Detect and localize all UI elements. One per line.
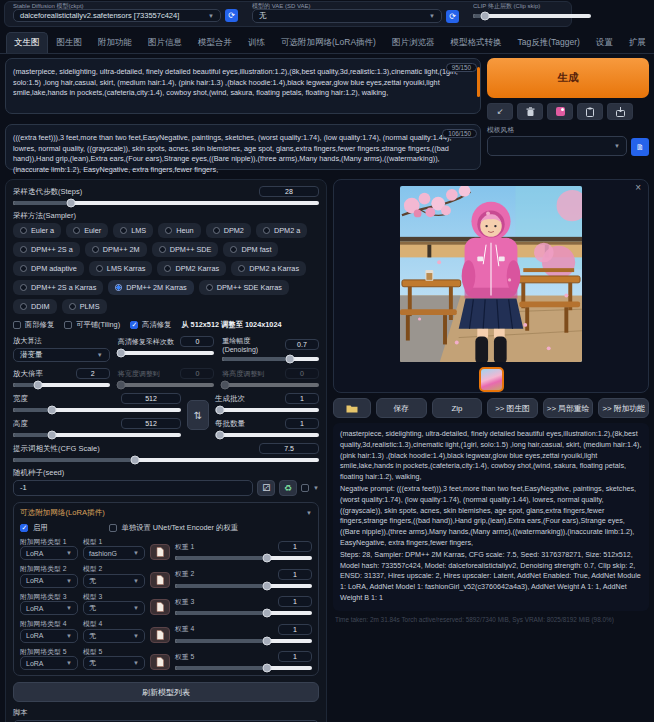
lora-type-select[interactable]: LoRA▼ [20, 574, 78, 588]
sampler-option-selected[interactable]: DPM++ 2M Karras [108, 280, 193, 295]
tiling-checkbox[interactable] [64, 321, 72, 329]
lora-enable-checkbox[interactable] [20, 524, 28, 532]
close-icon[interactable]: × [635, 182, 641, 193]
width-slider[interactable] [13, 408, 181, 412]
width-value[interactable]: 512 [121, 393, 181, 404]
sampler-option[interactable]: Heun [158, 223, 200, 238]
prompt-textarea[interactable]: (masterpiece, sidelighting, ultra-detail… [5, 58, 481, 114]
slider-handle[interactable] [47, 431, 56, 440]
tab-checkpoint-merger[interactable]: 模型合并 [191, 33, 239, 53]
sampler-option[interactable]: DPM fast [223, 242, 278, 257]
slider-handle[interactable] [262, 609, 271, 618]
slider-handle[interactable] [216, 431, 225, 440]
slider-handle[interactable] [285, 355, 294, 364]
checkpoint-select[interactable]: dalceforealistictallyv2.safetensors [733… [13, 9, 221, 22]
tab-txt2img[interactable]: 文生图 [6, 32, 48, 53]
tab-extras[interactable]: 附加功能 [91, 33, 139, 53]
hires-steps-value[interactable]: 0 [180, 336, 214, 347]
lora-weight-value[interactable]: 1 [278, 651, 312, 662]
reuse-seed-button[interactable]: ♻ [279, 480, 297, 496]
slider-handle[interactable] [34, 381, 43, 390]
sampler-option[interactable]: DPM++ SDE Karras [199, 280, 289, 295]
sampler-option[interactable]: PLMS [62, 299, 107, 314]
save-button[interactable]: 保存 [376, 398, 427, 418]
lora-weight-slider[interactable] [175, 639, 312, 643]
sampler-option[interactable]: DPM2 Karras [157, 261, 226, 276]
cfg-slider[interactable] [13, 458, 319, 462]
generated-image[interactable] [400, 186, 582, 362]
slider-handle[interactable] [47, 406, 56, 415]
batch-count-slider[interactable] [215, 408, 319, 412]
open-folder-button[interactable] [333, 398, 371, 418]
steps-value[interactable]: 28 [259, 186, 319, 197]
additional-networks-header[interactable]: 可选附加网络(LoRA插件) ▼ [20, 508, 312, 518]
prompt-scrollbar[interactable] [477, 67, 480, 97]
slider-handle[interactable] [262, 636, 271, 645]
lora-model-select[interactable]: 无▼ [83, 574, 145, 588]
lora-weight-slider[interactable] [175, 611, 312, 615]
send-to-extras-button[interactable]: >> 附加功能 [598, 398, 649, 418]
tab-extensions[interactable]: 扩展 [622, 33, 653, 53]
model-info-button[interactable] [150, 654, 170, 670]
lora-type-select[interactable]: LoRA▼ [20, 601, 78, 615]
steps-slider[interactable] [13, 201, 319, 205]
height-value[interactable]: 512 [121, 418, 181, 429]
tab-additional-networks[interactable]: 可选附加网络(LoRA插件) [274, 33, 383, 53]
slider-handle[interactable] [262, 581, 271, 590]
generate-button[interactable]: 生成 [487, 58, 649, 98]
clear-prompt-button[interactable] [517, 103, 543, 120]
cfg-value[interactable]: 7.5 [259, 443, 319, 454]
denoising-value[interactable]: 0.7 [285, 339, 319, 350]
save-style-button[interactable] [607, 103, 633, 120]
lora-weight-value[interactable]: 1 [278, 624, 312, 635]
slider-handle[interactable] [131, 456, 140, 465]
seed-input[interactable]: -1 [13, 480, 253, 496]
hires-fix-checkbox[interactable] [130, 321, 138, 329]
negative-prompt-textarea[interactable]: (((extra feet))),3 feet,more than two fe… [5, 124, 481, 170]
slider-handle[interactable] [480, 12, 489, 21]
skip-arrow-button[interactable]: ↙ [487, 103, 513, 120]
lora-weight-slider[interactable] [175, 584, 312, 588]
lora-weight-value[interactable]: 1 [278, 569, 312, 580]
model-info-button[interactable] [150, 627, 170, 643]
vae-select[interactable]: 无 ▼ [252, 9, 442, 23]
apply-style-button[interactable]: 🗎 [631, 138, 649, 156]
sampler-option[interactable]: LMS Karras [89, 261, 153, 276]
extra-seed-checkbox[interactable] [301, 484, 309, 492]
tab-model-converter[interactable]: 模型格式转换 [443, 33, 508, 53]
sampler-option[interactable]: DPM2 a [256, 223, 307, 238]
restore-faces-checkbox[interactable] [13, 321, 21, 329]
lora-weight-slider[interactable] [175, 666, 312, 670]
lora-weight-value[interactable]: 1 [278, 596, 312, 607]
tab-png-info[interactable]: 图片信息 [141, 33, 189, 53]
tab-settings[interactable]: 设置 [589, 33, 620, 53]
slider-handle[interactable] [116, 349, 125, 358]
hires-steps-slider[interactable] [118, 351, 215, 355]
batch-size-value[interactable]: 1 [285, 418, 319, 429]
slider-handle[interactable] [262, 554, 271, 563]
lora-model-select[interactable]: 无▼ [83, 629, 145, 643]
sampler-option[interactable]: DPM2 a Karras [231, 261, 306, 276]
upscale-by-value[interactable]: 2 [76, 368, 110, 379]
clip-skip-slider[interactable] [473, 14, 591, 18]
zip-button[interactable]: Zip [432, 398, 483, 418]
tab-image-browser[interactable]: 图片浏览器 [385, 33, 442, 53]
extra-networks-button[interactable] [547, 103, 573, 120]
sampler-option[interactable]: DPM adaptive [13, 261, 84, 276]
lora-type-select[interactable]: LoRA▼ [20, 546, 78, 560]
lora-type-select[interactable]: LoRA▼ [20, 656, 78, 670]
sampler-option[interactable]: DPM++ SDE [152, 242, 219, 257]
sampler-option[interactable]: DPM++ 2S a Karras [13, 280, 103, 295]
lora-model-select[interactable]: 无▼ [83, 601, 145, 615]
sampler-option[interactable]: DDIM [13, 299, 57, 314]
sampler-option[interactable]: LMS [113, 223, 153, 238]
slider-handle[interactable] [216, 406, 225, 415]
denoising-slider[interactable] [222, 357, 319, 361]
sampler-option[interactable]: DPM++ 2S a [13, 242, 80, 257]
swap-dimensions-button[interactable]: ⇅ [187, 400, 209, 430]
styles-select[interactable]: ▼ [487, 136, 627, 156]
lora-type-select[interactable]: LoRA▼ [20, 629, 78, 643]
sampler-option[interactable]: Euler a [13, 223, 61, 238]
paste-generation-params-button[interactable] [577, 103, 603, 120]
refresh-vae-button[interactable]: ⟳ [446, 10, 459, 23]
